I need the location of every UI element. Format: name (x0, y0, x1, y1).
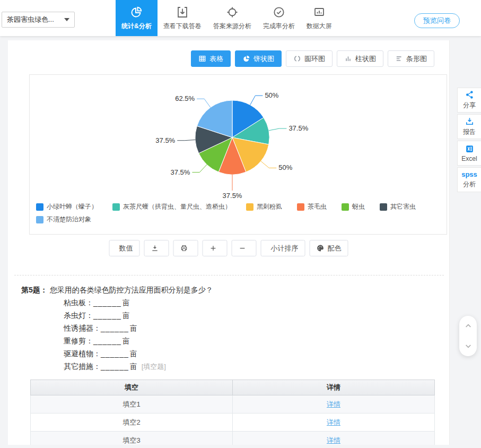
survey-selector-label: 茶园害虫绿色... (7, 15, 61, 24)
preview-questionnaire-button[interactable]: 预览问卷 (414, 13, 460, 28)
blank-line: ______ (93, 311, 121, 320)
report-download-icon (465, 117, 474, 126)
茶毛虫[interactable]: 茶毛虫 (297, 202, 327, 211)
pie-chart-icon (130, 5, 143, 19)
legend-swatch (246, 203, 253, 211)
plus-icon (209, 244, 217, 252)
print-chart-button[interactable] (173, 240, 198, 256)
其它害虫[interactable]: 其它害虫 (380, 202, 416, 211)
fill-blank-table: 填空 详情 填空1 详情 填空2 详情 填空3 详情 (30, 380, 435, 445)
report-button[interactable]: 报告 (457, 114, 481, 139)
question-line: 重修剪：______亩 (64, 334, 435, 347)
detail-link[interactable]: 详情 (327, 418, 340, 427)
蚜虫[interactable]: 蚜虫 (342, 202, 365, 211)
share-icon (465, 90, 474, 99)
scroll-up-button[interactable] (459, 316, 477, 336)
chevron-up-icon (464, 322, 473, 330)
chart-action-toolbar: 数值 小计排序 (107, 240, 351, 256)
legend-swatch (36, 203, 43, 211)
color-scheme-button[interactable]: 配色 (310, 240, 348, 256)
question-line: 驱避植物：______亩 (64, 347, 435, 360)
main-content: 表格 饼状图 圆环图 柱状图 条形图 50%37.5%50%37.5%3 (8, 40, 450, 445)
pie-slice-label: 37.5% (155, 136, 175, 144)
小绿叶蝉（蠓子）[interactable]: 小绿叶蝉（蠓子） (36, 202, 98, 211)
table-row: 填空3 详情 (30, 432, 435, 445)
excel-button[interactable]: Excel (457, 141, 481, 166)
zoom-in-button[interactable] (203, 240, 228, 256)
printer-icon (180, 244, 188, 252)
table-row: 填空1 详情 (30, 395, 435, 413)
table-grid-icon (198, 55, 206, 63)
tab-answer-source-analysis[interactable]: 答案来源分析 (207, 0, 257, 36)
不清楚防治对象[interactable]: 不清楚防治对象 (36, 215, 91, 224)
table-header-cell: 详情 (232, 380, 434, 395)
subtotal-sort-button[interactable]: 小计排序 (261, 240, 305, 256)
chevron-down-icon (464, 342, 473, 350)
minus-icon (239, 244, 247, 252)
pie-chart-svg[interactable]: 50%37.5%50%37.5%37.5%37.5%62.5% (30, 75, 448, 201)
legend-swatch (342, 203, 349, 211)
scroll-down-button[interactable] (459, 336, 477, 356)
table-header-row: 填空 详情 (30, 380, 435, 395)
blank-line: ______ (101, 324, 129, 332)
blank-line: ______ (93, 337, 121, 345)
question-items: 粘虫板：______亩 杀虫灯：______亩 性诱捕器：______亩 重修剪… (64, 296, 435, 373)
survey-selector-dropdown[interactable]: 茶园害虫绿色... (2, 12, 75, 28)
table-header-cell: 填空 (31, 380, 232, 395)
blank-line: ______ (93, 298, 121, 307)
table-row: 填空2 详情 (30, 413, 435, 432)
detail-link[interactable]: 详情 (327, 400, 340, 409)
chart-type-table-button[interactable]: 表格 (191, 50, 231, 67)
pie-slice-label: 62.5% (175, 94, 195, 102)
legend-swatch (297, 203, 304, 211)
tab-completion-rate-analysis[interactable]: 完成率分析 (257, 0, 301, 36)
chart-type-donut-button[interactable]: 圆环图 (286, 50, 333, 67)
excel-icon (465, 144, 474, 153)
chart-type-pie-button[interactable]: 饼状图 (235, 50, 282, 67)
chart-type-column-button[interactable]: 柱状图 (337, 50, 383, 67)
pie-slice-label: 37.5% (171, 168, 190, 176)
tab-statistics-analysis[interactable]: 统计&分析 (116, 0, 158, 36)
column-chart-icon (344, 55, 352, 63)
blank-line: ______ (101, 362, 129, 371)
top-header: 茶园害虫绿色... 统计&分析 查看下载答卷 答案来源分析 完成率分析 (0, 0, 481, 36)
pie-slice-label: 37.5% (223, 192, 242, 200)
question-type-tag: [填空题] (142, 363, 166, 371)
chart-type-bar-button[interactable]: 条形图 (388, 50, 434, 67)
detail-link[interactable]: 详情 (327, 436, 340, 445)
灰茶尺蠖（拱背虫、量尺虫、造桥虫）[interactable]: 灰茶尺蠖（拱背虫、量尺虫、造桥虫） (112, 202, 231, 211)
tab-view-download-answers[interactable]: 查看下载答卷 (158, 0, 207, 36)
blank-name-cell: 填空3 (31, 432, 232, 445)
blank-name-cell: 填空2 (31, 413, 232, 431)
check-circle-icon (273, 5, 285, 19)
bar-chart-icon (395, 55, 403, 63)
legend-swatch (36, 216, 43, 223)
tab-data-screen[interactable]: 数据大屏 (301, 0, 338, 36)
caret-down-icon (64, 18, 69, 21)
dashboard-icon (313, 5, 326, 19)
黑刺粉虱[interactable]: 黑刺粉虱 (246, 202, 282, 211)
target-icon (226, 5, 239, 19)
donut-icon (293, 55, 301, 63)
spss-button[interactable]: spss 分析 (457, 167, 481, 192)
header-tabs: 统计&分析 查看下载答卷 答案来源分析 完成率分析 数据大屏 (116, 0, 338, 36)
question-title: 您采用的各类绿色防控方法应用面积分别是多少？ (50, 286, 213, 294)
table-body: 填空1 详情 填空2 详情 填空3 详情 (30, 395, 435, 445)
chart-legend: 小绿叶蝉（蠓子） 灰茶尺蠖（拱背虫、量尺虫、造桥虫） 黑刺粉虱 茶毛虫 (36, 202, 441, 224)
question-line: 杀虫灯：______亩 (64, 309, 435, 322)
pie-slice-label: 50% (265, 91, 278, 99)
legend-swatch (380, 203, 387, 211)
blank-line: ______ (101, 349, 129, 358)
zoom-out-button[interactable] (232, 240, 257, 256)
legend-swatch (112, 203, 120, 211)
share-button[interactable]: 分享 (457, 88, 481, 113)
question-line: 粘虫板：______亩 (64, 296, 435, 309)
question-block: 第5题： 您采用的各类绿色防控方法应用面积分别是多少？ 粘虫板：______亩 … (21, 283, 435, 373)
download-chart-button[interactable] (144, 240, 169, 256)
value-toggle-button[interactable]: 数值 (109, 240, 140, 256)
chart-type-buttons: 表格 饼状图 圆环图 柱状图 条形图 (187, 50, 434, 67)
pie-chart-card: 50%37.5%50%37.5%37.5%37.5%62.5% 小绿叶蝉（蠓子）… (29, 74, 447, 235)
download-box-icon (176, 5, 189, 19)
question-line: 性诱捕器：______亩 (64, 322, 435, 334)
question-number: 第5题： (21, 286, 48, 294)
